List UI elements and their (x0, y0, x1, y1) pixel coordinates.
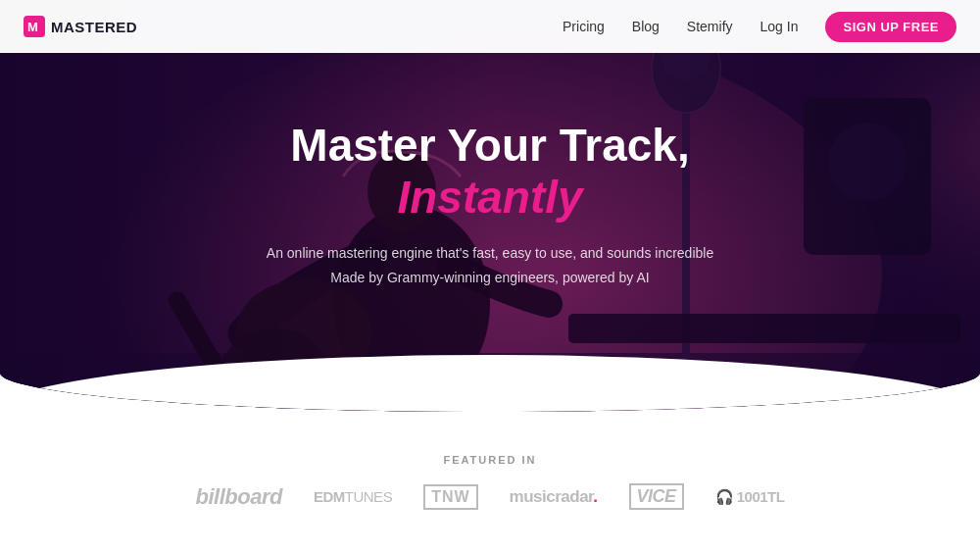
mastered-logo-icon: M (24, 16, 45, 37)
hero-content: Master Your Track, Instantly An online m… (196, 121, 784, 285)
blog-link[interactable]: Blog (632, 19, 660, 34)
hero-tagline: Made by Grammy-winning engineers, powere… (196, 270, 784, 285)
navbar: M MASTERED Pricing Blog Stemify Log In S… (0, 0, 980, 53)
vice-logo: VICE (629, 483, 684, 510)
hero-title-main: Master Your Track, (196, 121, 784, 171)
hero-subtitle: An online mastering engine that's fast, … (196, 241, 784, 263)
logo[interactable]: M MASTERED (24, 16, 137, 37)
pricing-link[interactable]: Pricing (563, 19, 605, 34)
signup-button[interactable]: SIGN UP FREE (825, 12, 956, 42)
svg-text:M: M (27, 20, 38, 34)
stemify-link[interactable]: Stemify (687, 19, 733, 34)
musicradar-logo: musicradar. (510, 487, 598, 507)
featured-label: FEATURED IN (443, 454, 536, 466)
featured-logos: billboard EDMTUNES TNW musicradar. VICE … (196, 483, 785, 510)
nav-links: Pricing Blog Stemify Log In SIGN UP FREE (563, 12, 956, 42)
1001tl-logo: 🎧 1001TL (715, 488, 785, 506)
billboard-logo: billboard (196, 484, 282, 510)
edm-tunes-logo: EDMTUNES (314, 488, 392, 505)
hero-section: Master Your Track, Instantly An online m… (0, 0, 980, 412)
tnw-logo: TNW (423, 484, 477, 510)
hero-title-accent: Instantly (196, 170, 784, 224)
login-link[interactable]: Log In (760, 19, 799, 34)
logo-text: MASTERED (51, 19, 137, 35)
featured-section: FEATURED IN billboard EDMTUNES TNW music… (0, 412, 980, 552)
